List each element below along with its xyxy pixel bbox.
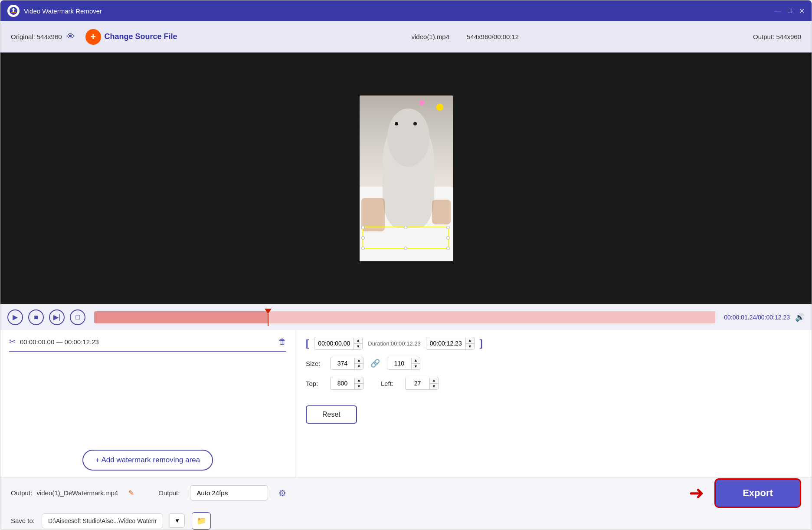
size-height-input[interactable]: ▲ ▼	[387, 357, 420, 370]
left-down[interactable]: ▼	[430, 384, 438, 389]
size-width-field[interactable]	[331, 357, 354, 369]
filename-label: video(1).mp4	[412, 33, 450, 40]
timeline-filled	[94, 311, 268, 323]
output-filename: video(1)_DeWatermark.mp4	[36, 489, 118, 497]
output-settings-select[interactable]: Auto;24fps	[190, 485, 268, 500]
plus-circle-icon: +	[85, 29, 101, 45]
left-label: Left:	[381, 380, 398, 387]
close-btn[interactable]: ✕	[799, 7, 805, 15]
size-width-input[interactable]: ▲ ▼	[330, 357, 363, 370]
output-label: Output: 544x960	[753, 33, 801, 40]
main-content: ✂ 00:00:00.00 — 00:00:12.23 🗑 + Add wate…	[0, 330, 812, 477]
left-up[interactable]: ▲	[430, 378, 438, 384]
timeline-time: 00:00:01.24/00:00:12.23	[724, 314, 790, 321]
original-info: Original: 544x960 👁	[11, 32, 75, 42]
play-icon: ▶	[13, 313, 18, 321]
start-bracket-button[interactable]: [	[306, 338, 309, 349]
time-range-row: ✂ 00:00:00.00 — 00:00:12.23 🗑	[9, 337, 286, 352]
segments-area	[9, 357, 286, 443]
export-section: ➜ Export	[689, 478, 801, 508]
title-bar: Video Watermark Remover — □ ✕	[0, 0, 812, 21]
size-width-up[interactable]: ▲	[355, 358, 363, 364]
header-bar: Original: 544x960 👁 + Change Source File…	[0, 21, 812, 53]
maximize-btn[interactable]: □	[788, 7, 792, 15]
top-field[interactable]	[331, 377, 354, 389]
fit-icon: □	[75, 313, 80, 321]
duration-label: Duration:00:00:12.23	[368, 340, 420, 347]
top-down[interactable]: ▼	[355, 384, 363, 389]
top-input[interactable]: ▲ ▼	[330, 377, 363, 390]
change-source-label: Change Source File	[105, 32, 177, 41]
top-up[interactable]: ▲	[355, 378, 363, 384]
path-dropdown-button[interactable]: ▼	[170, 514, 185, 528]
size-row: Size: ▲ ▼ 🔗 ▲ ▼	[306, 357, 801, 370]
app-title: Video Watermark Remover	[24, 7, 774, 15]
app-window: Video Watermark Remover — □ ✕ Original: …	[0, 0, 812, 530]
minimize-btn[interactable]: —	[774, 7, 781, 15]
window-controls: — □ ✕	[774, 7, 805, 15]
link-icon[interactable]: 🔗	[370, 359, 380, 368]
save-to-label: Save to:	[11, 517, 35, 524]
left-input[interactable]: ▲ ▼	[405, 377, 439, 390]
bottom-bar: Output: video(1)_DeWatermark.mp4 ✎ Outpu…	[0, 477, 812, 530]
end-time-up[interactable]: ▲	[466, 338, 474, 344]
original-label: Original: 544x960	[11, 33, 62, 40]
arrow-icon: ➜	[689, 482, 704, 504]
size-height-field[interactable]	[387, 357, 411, 369]
top-label: Top:	[306, 380, 323, 387]
folder-icon: 📁	[196, 517, 206, 525]
end-time-input[interactable]: ▲ ▼	[426, 337, 475, 350]
left-field[interactable]	[406, 377, 429, 389]
edit-filename-icon[interactable]: ✎	[128, 489, 134, 497]
start-time-up[interactable]: ▲	[354, 338, 362, 344]
output-file-label: Output: video(1)_DeWatermark.mp4	[11, 489, 118, 497]
stop-button[interactable]: ■	[28, 309, 44, 325]
timeline-thumb[interactable]	[265, 309, 271, 326]
left-panel: ✂ 00:00:00.00 — 00:00:12.23 🗑 + Add wate…	[0, 330, 295, 477]
timeline-slider[interactable]	[94, 311, 715, 323]
chevron-down-icon: ▼	[174, 517, 180, 524]
change-source-button[interactable]: + Change Source File	[85, 29, 177, 45]
save-path-input[interactable]	[42, 514, 163, 528]
output-settings-label: Output:	[158, 489, 180, 497]
start-time-field[interactable]	[314, 337, 354, 349]
bottom-row2: Save to: ▼ 📁	[11, 512, 801, 530]
time-range-text: 00:00:00.00 — 00:00:12.23	[20, 338, 274, 346]
end-time-field[interactable]	[426, 337, 465, 349]
size-label: Size:	[306, 360, 323, 367]
end-bracket-button[interactable]: ]	[480, 338, 483, 349]
next-frame-button[interactable]: ▶|	[49, 309, 65, 325]
stop-icon: ■	[34, 313, 38, 321]
eye-icon[interactable]: 👁	[66, 32, 75, 42]
right-panel: [ ▲ ▼ Duration:00:00:12.23 ▲ ▼ ]	[295, 330, 812, 477]
timeline-area: ▶ ■ ▶| □ 00:00:01.24/00:00:12.23 🔊	[0, 304, 812, 330]
time-input-row: [ ▲ ▼ Duration:00:00:12.23 ▲ ▼ ]	[306, 337, 801, 350]
delete-segment-button[interactable]: 🗑	[278, 337, 286, 346]
next-frame-icon: ▶|	[53, 313, 60, 321]
add-watermark-button[interactable]: + Add watermark removing area	[82, 450, 213, 471]
scissors-icon: ✂	[9, 337, 16, 346]
browse-folder-button[interactable]: 📁	[192, 512, 211, 530]
end-time-down[interactable]: ▼	[466, 344, 474, 349]
position-row: Top: ▲ ▼ Left: ▲ ▼	[306, 377, 801, 390]
reset-button[interactable]: Reset	[306, 405, 357, 424]
fit-button[interactable]: □	[70, 309, 85, 325]
size-height-up[interactable]: ▲	[412, 358, 420, 364]
output-settings-value: Auto;24fps	[196, 489, 228, 497]
play-button[interactable]: ▶	[7, 309, 23, 325]
thumb-line	[268, 314, 268, 326]
video-frame	[360, 95, 453, 261]
thumb-triangle	[265, 309, 272, 314]
settings-icon[interactable]: ⚙	[278, 488, 286, 498]
size-width-down[interactable]: ▼	[355, 364, 363, 369]
dimensions-label: 544x960/00:00:12	[467, 33, 519, 40]
app-logo	[7, 5, 20, 17]
export-button[interactable]: Export	[714, 478, 801, 508]
start-time-down[interactable]: ▼	[354, 344, 362, 349]
volume-icon[interactable]: 🔊	[795, 313, 805, 322]
size-height-down[interactable]: ▼	[412, 364, 420, 369]
bottom-row1: Output: video(1)_DeWatermark.mp4 ✎ Outpu…	[11, 478, 801, 508]
video-area	[0, 53, 812, 304]
start-time-input[interactable]: ▲ ▼	[314, 337, 363, 350]
